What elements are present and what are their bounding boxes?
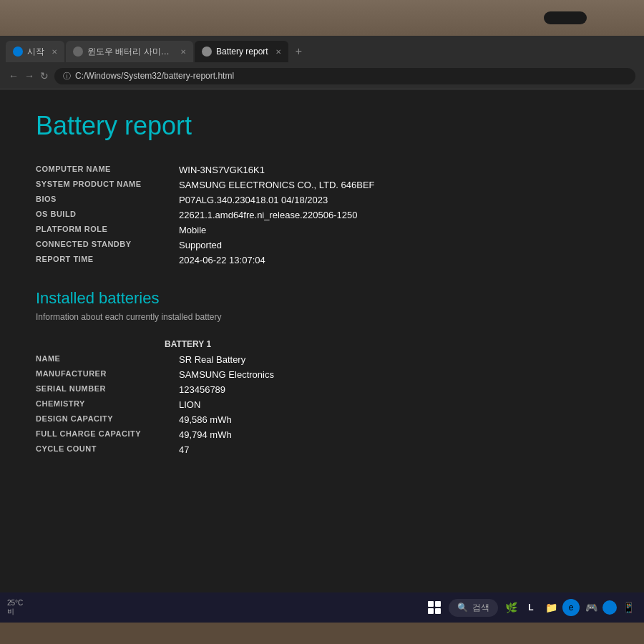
value-bios: P07ALG.340.230418.01 04/18/2023 bbox=[179, 195, 328, 205]
battery-label-name: NAME bbox=[36, 354, 165, 365]
win-cell-2 bbox=[435, 601, 441, 607]
taskbar-right: 🌿 L 📁 e 🎮 📱 bbox=[502, 599, 637, 616]
value-computer-name: WIN-3NS7VGK16K1 bbox=[179, 165, 265, 175]
battery-label-design-capacity: DESIGN CAPACITY bbox=[36, 414, 165, 425]
taskbar-left: 25°C 비 bbox=[7, 599, 420, 616]
reload-button[interactable]: ↻ bbox=[40, 70, 49, 82]
value-os-build: 22621.1.amd64fre.ni_release.220506-1250 bbox=[179, 210, 357, 220]
info-row-computer-name: COMPUTER NAME WIN-3NS7VGK16K1 bbox=[36, 162, 608, 177]
windows-logo-icon bbox=[428, 601, 441, 614]
tab-start[interactable]: 시작 ✕ bbox=[6, 41, 64, 62]
value-product-name: SAMSUNG ELECTRONICS CO., LTD. 646BEF bbox=[179, 180, 375, 190]
battery-tab-icon bbox=[202, 47, 212, 57]
webcam bbox=[544, 11, 587, 24]
label-connected-standby: CONNECTED STANDBY bbox=[36, 240, 165, 250]
battery-value-name: SR Real Battery bbox=[179, 354, 245, 365]
tab-search[interactable]: 윈도우 배터리 사미글 확인 - 검... ✕ bbox=[66, 41, 193, 62]
battery-label-serial: SERIAL NUMBER bbox=[36, 384, 165, 395]
label-platform-role: PLATFORM ROLE bbox=[36, 225, 165, 235]
page-title: Battery report bbox=[36, 111, 608, 141]
info-row-report-time: REPORT TIME 2024-06-22 13:07:04 bbox=[36, 253, 608, 268]
weather-label: 비 bbox=[7, 608, 23, 616]
browser-chrome: 시작 ✕ 윈도우 배터리 사미글 확인 - 검... ✕ Battery rep… bbox=[0, 36, 644, 89]
win-cell-4 bbox=[435, 608, 441, 614]
label-report-time: REPORT TIME bbox=[36, 255, 165, 265]
battery-value-serial: 123456789 bbox=[179, 384, 225, 395]
screen: 시작 ✕ 윈도우 배터리 사미글 확인 - 검... ✕ Battery rep… bbox=[0, 36, 644, 623]
tab-bar: 시작 ✕ 윈도우 배터리 사미글 확인 - 검... ✕ Battery rep… bbox=[0, 36, 644, 63]
system-info-table: COMPUTER NAME WIN-3NS7VGK16K1 SYSTEM PRO… bbox=[36, 162, 608, 268]
info-row-platform-role: PLATFORM ROLE Mobile bbox=[36, 223, 608, 238]
taskbar-center: 🔍 검색 bbox=[424, 597, 498, 618]
taskbar-icon-l[interactable]: L bbox=[522, 599, 540, 616]
address-input-container[interactable]: ⓘ C:/Windows/System32/battery-report.htm… bbox=[54, 68, 635, 84]
battery-row-design-capacity: DESIGN CAPACITY 49,586 mWh bbox=[36, 412, 608, 427]
installed-batteries-subtitle: Information about each currently install… bbox=[36, 312, 608, 322]
info-row-connected-standby: CONNECTED STANDBY Supported bbox=[36, 238, 608, 253]
win-cell-3 bbox=[428, 608, 434, 614]
taskbar-search[interactable]: 🔍 검색 bbox=[449, 599, 498, 617]
battery-table-header: BATTERY 1 bbox=[36, 336, 608, 352]
tab-start-close[interactable]: ✕ bbox=[52, 48, 57, 56]
info-row-product-name: SYSTEM PRODUCT NAME SAMSUNG ELECTRONICS … bbox=[36, 177, 608, 192]
back-button[interactable]: ← bbox=[9, 70, 19, 82]
battery-row-name: NAME SR Real Battery bbox=[36, 352, 608, 367]
battery-row-chemistry: CHEMISTRY LION bbox=[36, 397, 608, 412]
label-os-build: OS BUILD bbox=[36, 210, 165, 220]
forward-button[interactable]: → bbox=[24, 70, 34, 82]
label-computer-name: COMPUTER NAME bbox=[36, 165, 165, 175]
battery-table: BATTERY 1 NAME SR Real Battery MANUFACTU… bbox=[36, 336, 608, 457]
search-tab-icon bbox=[73, 47, 83, 57]
search-placeholder: 검색 bbox=[472, 602, 489, 614]
taskbar: 25°C 비 🔍 검색 🌿 L 📁 e 🎮 bbox=[0, 592, 644, 623]
battery-value-cycle-count: 47 bbox=[179, 444, 189, 455]
search-icon: 🔍 bbox=[457, 602, 468, 613]
battery-column-header: BATTERY 1 bbox=[165, 339, 308, 349]
installed-batteries-title: Installed batteries bbox=[36, 289, 608, 308]
battery-row-cycle-count: CYCLE COUNT 47 bbox=[36, 442, 608, 457]
start-button[interactable] bbox=[424, 597, 444, 618]
battery-row-full-charge: FULL CHARGE CAPACITY 49,794 mWh bbox=[36, 427, 608, 442]
value-report-time: 2024-06-22 13:07:04 bbox=[179, 255, 265, 265]
temperature-widget[interactable]: 25°C 비 bbox=[7, 599, 23, 616]
taskbar-icon-folder[interactable]: 📁 bbox=[542, 599, 560, 616]
bezel-top bbox=[0, 0, 644, 36]
tab-search-close[interactable]: ✕ bbox=[180, 48, 186, 56]
taskbar-icon-edge[interactable]: e bbox=[562, 599, 580, 616]
tab-battery-report[interactable]: Battery report ✕ bbox=[195, 41, 288, 62]
battery-row-manufacturer: MANUFACTURER SAMSUNG Electronics bbox=[36, 367, 608, 382]
battery-label-manufacturer: MANUFACTURER bbox=[36, 369, 165, 380]
page-content: Battery report COMPUTER NAME WIN-3NS7VGK… bbox=[0, 89, 644, 592]
tab-search-label: 윈도우 배터리 사미글 확인 - 검... bbox=[87, 46, 173, 58]
battery-value-design-capacity: 49,586 mWh bbox=[179, 414, 232, 425]
taskbar-icon-circle[interactable] bbox=[602, 600, 617, 615]
battery-label-chemistry: CHEMISTRY bbox=[36, 399, 165, 410]
battery-value-chemistry: LION bbox=[179, 399, 200, 410]
taskbar-icon-game[interactable]: 🎮 bbox=[582, 599, 600, 616]
battery-value-full-charge: 49,794 mWh bbox=[179, 429, 232, 440]
win-cell-1 bbox=[428, 601, 434, 607]
new-tab-button[interactable]: + bbox=[290, 45, 308, 58]
label-bios: BIOS bbox=[36, 195, 165, 205]
info-row-os-build: OS BUILD 22621.1.amd64fre.ni_release.220… bbox=[36, 208, 608, 223]
address-text: C:/Windows/System32/battery-report.html bbox=[75, 71, 234, 81]
label-product-name: SYSTEM PRODUCT NAME bbox=[36, 180, 165, 190]
tab-battery-close[interactable]: ✕ bbox=[275, 48, 281, 56]
taskbar-icon-plant[interactable]: 🌿 bbox=[502, 599, 519, 616]
value-platform-role: Mobile bbox=[179, 225, 206, 235]
temperature-value: 25°C bbox=[7, 599, 23, 608]
tab-start-label: 시작 bbox=[27, 46, 44, 58]
edge-icon bbox=[13, 47, 23, 57]
value-connected-standby: Supported bbox=[179, 240, 222, 250]
address-bar: ← → ↻ ⓘ C:/Windows/System32/battery-repo… bbox=[0, 63, 644, 89]
info-row-bios: BIOS P07ALG.340.230418.01 04/18/2023 bbox=[36, 192, 608, 208]
battery-value-manufacturer: SAMSUNG Electronics bbox=[179, 369, 274, 380]
battery-label-full-charge: FULL CHARGE CAPACITY bbox=[36, 429, 165, 440]
battery-row-serial: SERIAL NUMBER 123456789 bbox=[36, 382, 608, 397]
tab-battery-label: Battery report bbox=[216, 47, 268, 57]
lock-icon: ⓘ bbox=[63, 71, 71, 82]
battery-label-cycle-count: CYCLE COUNT bbox=[36, 444, 165, 455]
taskbar-icon-phone[interactable]: 📱 bbox=[620, 599, 637, 616]
